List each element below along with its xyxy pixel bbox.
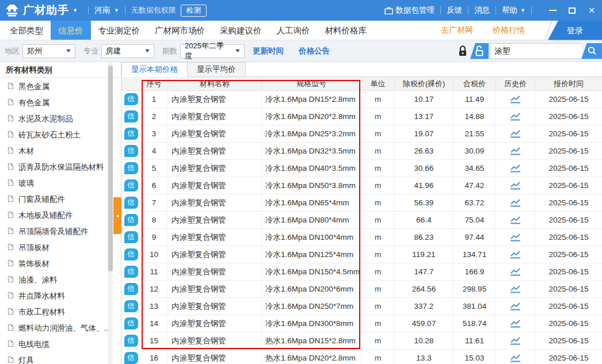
history-chart-icon[interactable] bbox=[509, 319, 521, 328]
sidebar-item[interactable]: 装饰板材 bbox=[0, 256, 121, 272]
sidebar-item[interactable]: 吊顶隔墙骨及辅配件 bbox=[0, 224, 121, 240]
feedback-button[interactable]: 反馈 bbox=[447, 5, 462, 16]
view-tab-显示本期价格[interactable]: 显示本期价格 bbox=[121, 62, 188, 77]
detect-button[interactable]: 检测 bbox=[181, 5, 207, 17]
nav-tab-专业测定价[interactable]: 专业测定价 bbox=[91, 21, 148, 40]
minimize-button[interactable] bbox=[548, 6, 557, 15]
major-select[interactable]: 房建 bbox=[101, 44, 154, 58]
nav-tab-全部类型[interactable]: 全部类型 bbox=[2, 21, 51, 40]
cell-spec: 冷水1.6Mpa DN65*4mm bbox=[262, 194, 361, 211]
sidebar-item[interactable]: 油漆、涂料 bbox=[0, 272, 121, 288]
nav-tab-人工询价[interactable]: 人工询价 bbox=[269, 21, 318, 40]
price-trend-link[interactable]: 价格行情 bbox=[493, 25, 525, 36]
history-chart-icon[interactable] bbox=[509, 95, 521, 104]
nav-tab-材料价格库[interactable]: 材料价格库 bbox=[318, 21, 375, 40]
goto-guangcai-link[interactable]: 去广材网 bbox=[441, 25, 473, 36]
history-chart-icon[interactable] bbox=[509, 267, 521, 277]
update-time-link[interactable]: 更新时间 bbox=[253, 46, 284, 56]
table-row: 信7内涂塑复合钢管冷水1.6Mpa DN65*4mmm56.3963.72202… bbox=[121, 194, 602, 212]
history-chart-icon[interactable] bbox=[509, 164, 521, 173]
briefcase-icon bbox=[384, 7, 393, 14]
period-select[interactable]: 2025年二季度 bbox=[180, 44, 245, 58]
province-selector[interactable]: 河南 ▼ bbox=[94, 5, 119, 16]
region-select[interactable]: 郑州 bbox=[22, 44, 75, 58]
close-button[interactable]: × bbox=[587, 6, 596, 15]
table-row: 信5内涂塑复合钢管冷水1.6Mpa DN40*3.5mmm30.6634.652… bbox=[121, 160, 602, 177]
sidebar-item[interactable]: 电线电缆 bbox=[0, 336, 121, 352]
info-badge[interactable]: 信 bbox=[124, 335, 138, 347]
sidebar-item[interactable]: 燃料动力润滑油、气体、... bbox=[0, 320, 121, 336]
sidebar-item[interactable]: 木材 bbox=[0, 143, 121, 159]
sidebar-item[interactable]: 灯具 bbox=[0, 352, 121, 364]
nav-tab-采购建议价[interactable]: 采购建议价 bbox=[212, 21, 269, 40]
sidebar-item[interactable]: 有色金属 bbox=[0, 95, 121, 111]
history-chart-icon[interactable] bbox=[509, 129, 521, 139]
info-badge[interactable]: 信 bbox=[124, 231, 138, 243]
nav-tab-信息价[interactable]: 信息价 bbox=[51, 21, 91, 40]
datapack-manage-button[interactable]: 数据包管理 bbox=[384, 5, 435, 16]
sidebar-item[interactable]: 木地板及辅配件 bbox=[0, 208, 121, 224]
history-chart-icon[interactable] bbox=[509, 302, 521, 311]
info-badge[interactable]: 信 bbox=[124, 248, 138, 260]
sidebar-scrollbar-thumb[interactable] bbox=[108, 66, 113, 271]
info-badge[interactable]: 信 bbox=[124, 110, 138, 122]
sidebar-item[interactable]: 门窗及辅配件 bbox=[0, 191, 121, 208]
sidebar-item[interactable]: 水泥及水泥制品 bbox=[0, 111, 121, 127]
info-badge[interactable]: 信 bbox=[124, 162, 138, 174]
sidebar-item-label: 木地板及辅配件 bbox=[18, 210, 73, 221]
price-notice-link[interactable]: 价格公告 bbox=[299, 46, 330, 56]
history-chart-icon[interactable] bbox=[509, 147, 521, 156]
table-row: 信4内涂塑复合钢管冷水1.6Mpa DN32*3.5mmm26.6330.092… bbox=[121, 143, 602, 160]
history-chart-icon[interactable] bbox=[509, 181, 521, 190]
sidebar-item[interactable]: 砖瓦灰砂石土粉土 bbox=[0, 127, 121, 143]
help-menu[interactable]: 帮助 ▼ bbox=[502, 5, 525, 16]
province-label: 河南 bbox=[94, 5, 111, 16]
document-icon bbox=[7, 131, 14, 140]
badge-cell: 信 bbox=[121, 263, 140, 280]
cell-history bbox=[496, 212, 535, 228]
view-tab-显示平均价[interactable]: 显示平均价 bbox=[188, 62, 246, 76]
divider bbox=[88, 6, 89, 14]
info-badge[interactable]: 信 bbox=[124, 93, 138, 105]
history-chart-icon[interactable] bbox=[509, 112, 521, 121]
table-row: 信1内涂塑复合钢管冷水1.6Mpa DN15*2.8mmm10.1711.492… bbox=[121, 91, 602, 108]
document-icon bbox=[7, 114, 14, 124]
cell-material-name: 内涂塑复合钢管 bbox=[168, 91, 262, 108]
sidebar-item[interactable]: 黑色金属 bbox=[0, 79, 121, 95]
history-chart-icon[interactable] bbox=[509, 198, 521, 208]
info-badge[interactable]: 信 bbox=[124, 317, 138, 329]
info-badge[interactable]: 信 bbox=[124, 214, 138, 226]
lock-open-toggle[interactable] bbox=[470, 43, 489, 59]
sidebar-item-label: 燃料动力润滑油、气体、... bbox=[18, 323, 111, 334]
history-chart-icon[interactable] bbox=[509, 216, 521, 225]
content-area: 所有材料类别 黑色金属有色金属水泥及水泥制品砖瓦灰砂石土粉土木材沥青及防水保温隔… bbox=[0, 62, 602, 364]
search-input[interactable] bbox=[490, 43, 582, 59]
search-button[interactable] bbox=[581, 43, 602, 59]
sidebar-item[interactable]: 市政工程材料 bbox=[0, 304, 121, 320]
history-chart-icon[interactable] bbox=[509, 250, 521, 259]
sidebar-item[interactable]: 沥青及防水保温隔热材料 bbox=[0, 159, 121, 175]
info-badge[interactable]: 信 bbox=[124, 197, 138, 209]
sidebar-item[interactable]: 玻璃 bbox=[0, 175, 121, 191]
info-badge[interactable]: 信 bbox=[124, 300, 138, 312]
info-badge[interactable]: 信 bbox=[124, 352, 138, 364]
nav-tab-广材网市场价[interactable]: 广材网市场价 bbox=[147, 21, 212, 40]
history-chart-icon[interactable] bbox=[509, 233, 521, 242]
sidebar-collapse-handle[interactable]: ◄ bbox=[113, 197, 121, 234]
history-chart-icon[interactable] bbox=[509, 336, 521, 346]
info-badge[interactable]: 信 bbox=[124, 179, 138, 191]
message-button[interactable]: 消息 bbox=[474, 5, 490, 16]
cell-unit: m bbox=[361, 125, 395, 142]
history-chart-icon[interactable] bbox=[509, 354, 521, 363]
info-badge[interactable]: 信 bbox=[124, 145, 138, 157]
info-badge[interactable]: 信 bbox=[124, 283, 138, 295]
sidebar-item[interactable]: 井点降水材料 bbox=[0, 288, 121, 304]
info-badge[interactable]: 信 bbox=[124, 128, 138, 140]
sidebar-item[interactable]: 吊顶板材 bbox=[0, 240, 121, 256]
app-menu-caret-icon[interactable]: ▼ bbox=[73, 7, 78, 13]
maximize-button[interactable] bbox=[567, 6, 577, 15]
info-badge[interactable]: 信 bbox=[124, 266, 138, 278]
login-button[interactable]: 登录 bbox=[548, 21, 602, 40]
lock-closed-icon[interactable] bbox=[457, 45, 468, 58]
history-chart-icon[interactable] bbox=[509, 285, 521, 294]
